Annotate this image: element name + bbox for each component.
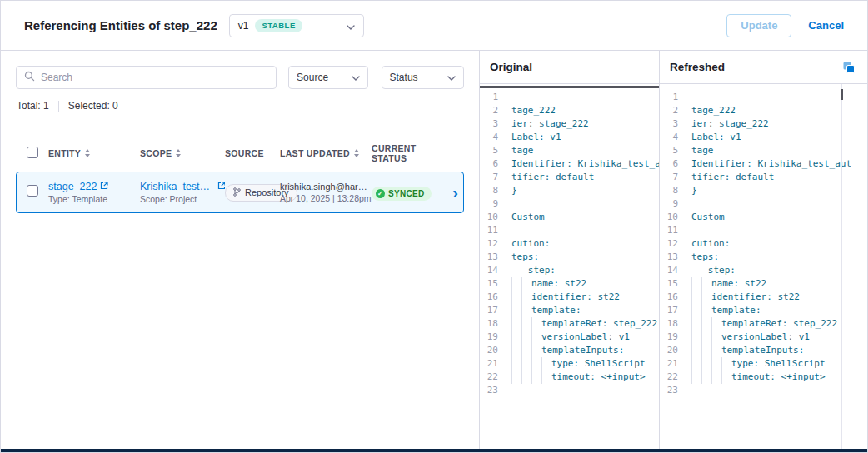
selected-count: Selected: 0 — [68, 100, 118, 112]
indent-guide — [711, 317, 721, 331]
line-number: 18 — [480, 317, 505, 331]
code-line: 4Label: v1 — [660, 131, 867, 144]
code-line: 11 — [660, 224, 867, 237]
external-link-icon[interactable] — [217, 181, 225, 192]
code-line: 16identifier: st22 — [660, 291, 867, 304]
code-line: 9 — [480, 197, 659, 211]
line-number: 5 — [660, 144, 685, 157]
indent-guide — [541, 357, 551, 371]
code-text: versionLabel: v1 — [691, 331, 810, 344]
sort-icon[interactable] — [85, 149, 90, 157]
code-line: 20templateInputs: — [660, 344, 867, 357]
code-text: Identifier: Krishika_test_aut — [691, 157, 851, 171]
code-text: tage — [691, 144, 714, 157]
gutter-divider — [506, 84, 506, 453]
line-number: 1 — [660, 91, 685, 104]
cancel-button[interactable]: Cancel — [808, 19, 844, 32]
entities-panel: Source Status Total: 1 Selected: 0 — [1, 51, 480, 453]
line-number: 2 — [480, 104, 505, 117]
source-filter-dropdown[interactable]: Source — [288, 66, 368, 89]
code-line: 8} — [660, 184, 867, 197]
entity-link[interactable]: stage_222 — [48, 181, 140, 192]
sort-icon[interactable] — [354, 149, 359, 157]
row-checkbox[interactable] — [27, 185, 38, 197]
status-filter-label: Status — [390, 72, 418, 83]
line-number: 2 — [660, 104, 685, 117]
code-line: 22timeout: <+input> — [660, 371, 867, 384]
copy-icon[interactable] — [842, 61, 856, 74]
line-number: 17 — [660, 304, 685, 317]
external-link-icon[interactable] — [100, 181, 108, 192]
search-input[interactable] — [41, 72, 268, 83]
status-filter-dropdown[interactable]: Status — [382, 66, 464, 89]
code-line: 13teps: — [660, 251, 867, 264]
dialog-header: Referencing Entities of step_222 v1 STAB… — [1, 1, 867, 51]
line-number: 22 — [480, 371, 505, 384]
code-line: 2tage_222 — [480, 104, 659, 117]
select-all-checkbox[interactable] — [27, 147, 38, 158]
indent-guide — [511, 317, 521, 331]
code-text: templateInputs: — [511, 344, 624, 357]
indent-guide — [521, 371, 531, 384]
update-button[interactable]: Update — [726, 14, 791, 37]
vertical-scrollbar[interactable] — [841, 89, 843, 100]
line-number: 1 — [480, 91, 505, 104]
line-number: 18 — [660, 317, 685, 331]
line-number: 13 — [660, 251, 685, 264]
original-panel: Original 12tage_2223ier: stage_2224Label… — [480, 51, 660, 453]
code-text: Label: v1 — [511, 131, 561, 144]
line-number: 9 — [660, 197, 685, 211]
line-number: 3 — [660, 117, 685, 131]
code-line: 20templateInputs: — [480, 344, 659, 357]
code-text: ier: stage_222 — [511, 117, 589, 131]
line-number: 8 — [480, 184, 505, 197]
line-number: 21 — [660, 357, 685, 371]
code-text: name: st22 — [511, 277, 586, 291]
indent-guide — [691, 277, 701, 291]
search-icon — [24, 70, 35, 85]
refreshed-code-editor[interactable]: 12tage_2223ier: stage_2224Label: v15tage… — [660, 84, 867, 453]
indent-guide — [521, 344, 531, 357]
line-number: 23 — [480, 384, 505, 397]
code-text: cution: — [691, 237, 730, 251]
code-line: 17template: — [480, 304, 659, 317]
code-text: tifier: default — [511, 171, 594, 184]
chevron-right-icon[interactable]: › — [445, 184, 458, 201]
indent-guide — [711, 344, 721, 357]
scope-link[interactable]: Krishika_test_au... — [140, 181, 225, 192]
indent-guide — [701, 357, 711, 371]
indent-guide — [691, 344, 701, 357]
indent-guide — [711, 371, 721, 384]
code-text: cution: — [511, 237, 550, 251]
line-number: 12 — [480, 237, 505, 251]
indent-guide — [521, 277, 531, 291]
code-text: templateInputs: — [691, 344, 804, 357]
horizontal-scrollbar[interactable] — [480, 86, 659, 88]
code-text: tage_222 — [511, 104, 556, 117]
code-text: } — [511, 184, 517, 197]
code-line: 21type: ShellScript — [480, 357, 659, 371]
line-number: 14 — [660, 264, 685, 277]
indent-guide — [721, 357, 731, 371]
version-label: v1 — [238, 20, 249, 32]
code-line: 3ier: stage_222 — [480, 117, 659, 131]
line-number: 17 — [480, 304, 505, 317]
last-updated-cell: krishika.singh@harnes... Apr 10, 2025 | … — [280, 182, 372, 203]
code-text: - step: — [511, 264, 556, 277]
line-number: 6 — [480, 157, 505, 171]
original-code-editor[interactable]: 12tage_2223ier: stage_2224Label: v15tage… — [480, 84, 659, 453]
scope-detail: Scope: Project — [140, 194, 225, 204]
indent-guide — [701, 291, 711, 304]
search-box[interactable] — [16, 66, 277, 89]
version-selector[interactable]: v1 STABLE — [229, 14, 364, 37]
code-text: tifier: default — [691, 171, 774, 184]
indent-guide — [511, 291, 521, 304]
line-number: 16 — [480, 291, 505, 304]
code-line: 10Custom — [660, 211, 867, 224]
updated-at: Apr 10, 2025 | 13:28pm — [280, 193, 372, 203]
total-count: Total: 1 — [17, 100, 49, 112]
sort-icon[interactable] — [176, 149, 181, 157]
table-row[interactable]: stage_222 Type: Template Krishika_test_a… — [16, 172, 464, 213]
code-text: ier: stage_222 — [691, 117, 769, 131]
indent-guide — [691, 371, 701, 384]
